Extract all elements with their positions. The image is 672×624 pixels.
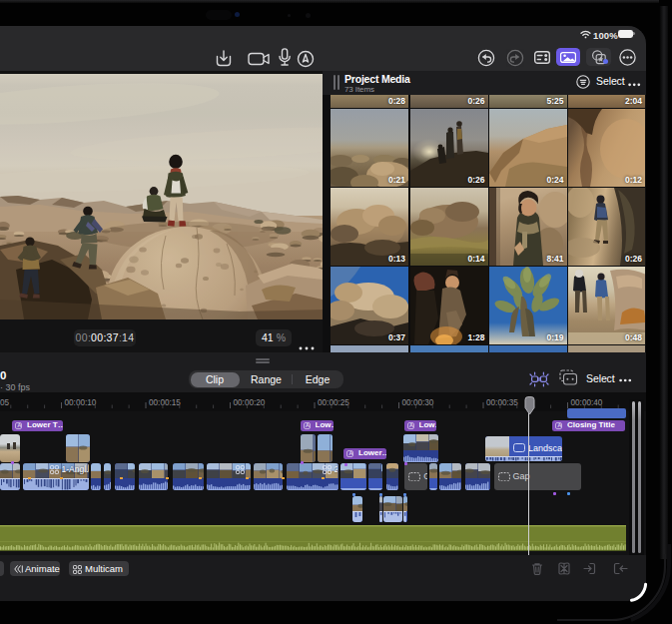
svg-text:00:00:30: 00:00:30 bbox=[402, 398, 434, 407]
svg-text:05: 05 bbox=[0, 398, 10, 407]
svg-text:00:00:40: 00:00:40 bbox=[571, 398, 603, 407]
svg-text:00:00:25: 00:00:25 bbox=[318, 398, 349, 407]
svg-text:00:00:35: 00:00:35 bbox=[486, 398, 518, 407]
svg-text:00:00:10: 00:00:10 bbox=[65, 398, 97, 407]
svg-text:00:00:15: 00:00:15 bbox=[149, 398, 181, 407]
svg-text:00:00:20: 00:00:20 bbox=[234, 398, 266, 407]
